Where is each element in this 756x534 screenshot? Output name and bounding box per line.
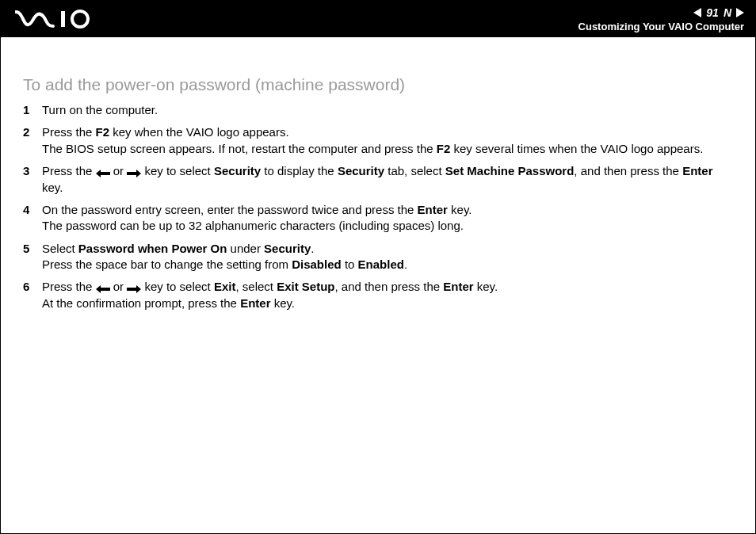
step-body: Press the F2 key when the VAIO logo appe… xyxy=(42,124,733,157)
step-body: Press the or key to select Exit, select … xyxy=(42,279,733,311)
step-item: Press the or key to select Exit, select … xyxy=(23,279,733,311)
page-navigator: 91 N xyxy=(693,6,744,19)
page-header: 91 N Customizing Your VAIO Computer xyxy=(1,1,755,37)
next-page-icon[interactable] xyxy=(736,8,744,17)
step-body: Select Password when Power On under Secu… xyxy=(42,241,733,273)
breadcrumb: Customizing Your VAIO Computer xyxy=(578,21,744,32)
arrow-left-icon xyxy=(96,280,110,296)
page-number: 91 xyxy=(706,6,719,19)
arrow-right-icon xyxy=(127,164,141,180)
prev-page-icon[interactable] xyxy=(693,8,701,17)
svg-point-1 xyxy=(72,11,88,27)
header-right: 91 N Customizing Your VAIO Computer xyxy=(578,6,744,32)
steps-list: Turn on the computer. Press the F2 key w… xyxy=(23,102,733,312)
step-item: Turn on the computer. xyxy=(23,102,733,118)
step-item: On the password entry screen, enter the … xyxy=(23,202,733,235)
vaio-logo xyxy=(15,10,110,29)
arrow-right-icon xyxy=(127,280,141,296)
section-title: To add the power-on password (machine pa… xyxy=(23,75,733,94)
step-body: Press the or key to select Security to d… xyxy=(42,163,733,196)
n-label: N xyxy=(724,6,731,19)
step-body: Turn on the computer. xyxy=(42,102,733,118)
step-item: Press the or key to select Security to d… xyxy=(23,163,733,196)
step-item: Press the F2 key when the VAIO logo appe… xyxy=(23,124,733,157)
page-content: To add the power-on password (machine pa… xyxy=(1,37,755,312)
svg-rect-0 xyxy=(61,11,65,27)
step-item: Select Password when Power On under Secu… xyxy=(23,241,733,273)
arrow-left-icon xyxy=(96,164,110,180)
step-body: On the password entry screen, enter the … xyxy=(42,202,733,235)
